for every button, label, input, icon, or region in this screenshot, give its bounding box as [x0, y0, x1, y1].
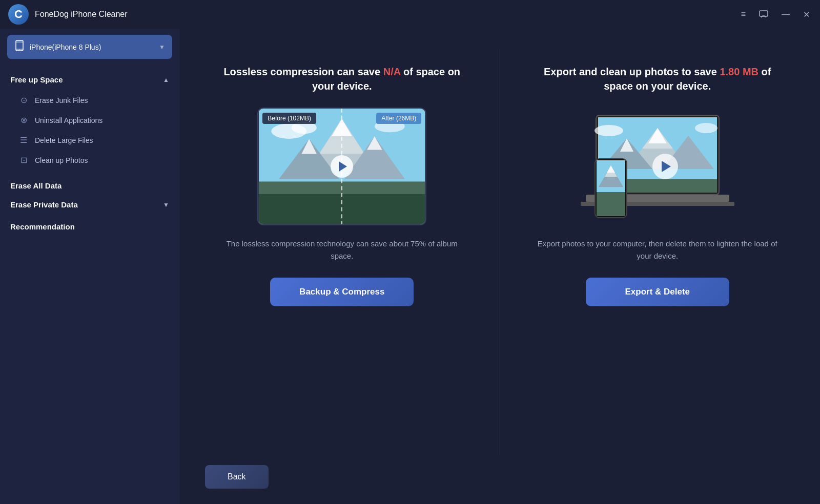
cards-row: Lossless compression can save N/A of spa…	[205, 49, 794, 455]
delete-large-label: Delete Large Files	[35, 136, 93, 144]
erase-junk-label: Erase Junk Files	[35, 96, 88, 104]
app-logo: C	[8, 4, 29, 25]
svg-point-28	[695, 123, 717, 133]
title-bar: C FoneDog iPhone Cleaner ≡ — ✕	[0, 0, 820, 29]
play-button-export[interactable]	[652, 154, 678, 179]
free-space-label: Free up Space	[10, 75, 63, 84]
sidebar-item-recommendation[interactable]: Recommendation	[0, 215, 179, 235]
chat-button[interactable]	[757, 8, 770, 20]
clean-photos-label: Clean up Photos	[35, 156, 88, 164]
play-button-compress[interactable]	[331, 155, 353, 178]
close-button[interactable]: ✕	[801, 8, 812, 22]
compression-image: Before (102MB) After (26MB)	[257, 108, 426, 225]
content-area: Lossless compression can save N/A of spa…	[179, 29, 820, 504]
erase-private-chevron-icon: ▼	[163, 201, 169, 208]
app-title: FoneDog iPhone Cleaner	[35, 10, 739, 19]
export-delete-button[interactable]: Export & Delete	[586, 278, 729, 306]
svg-point-4	[19, 50, 20, 51]
device-icon	[14, 40, 25, 54]
device-label: iPhone(iPhone 8 Plus)	[30, 43, 154, 51]
main-layout: iPhone(iPhone 8 Plus) ▼ Free up Space ▲ …	[0, 29, 820, 504]
photos-icon: ⊡	[18, 155, 29, 165]
free-space-section: Free up Space ▲ ⊙ Erase Junk Files ⊗ Uni…	[0, 69, 179, 174]
erase-private-header[interactable]: Erase Private Data ▼	[0, 194, 179, 215]
play-triangle-icon	[339, 161, 347, 172]
files-icon: ☰	[18, 135, 29, 145]
chevron-down-icon: ▼	[159, 44, 165, 51]
compress-card: Lossless compression can save N/A of spa…	[205, 49, 479, 322]
svg-point-27	[594, 125, 623, 136]
export-card: Export and clean up photos to save 1.80 …	[521, 49, 795, 322]
erase-private-label: Erase Private Data	[10, 200, 78, 209]
minimize-button[interactable]: —	[780, 8, 792, 21]
sidebar-item-erase-all[interactable]: Erase All Data	[0, 174, 179, 194]
export-card-description: Export photos to your computer, then del…	[536, 238, 780, 262]
sidebar-item-erase-junk[interactable]: ⊙ Erase Junk Files	[4, 90, 175, 110]
play-triangle-export-icon	[662, 161, 671, 172]
window-controls: ≡ — ✕	[739, 8, 812, 22]
after-label: After (26MB)	[376, 113, 421, 124]
card-divider	[500, 49, 500, 455]
compress-card-description: The lossless compression technology can …	[220, 238, 464, 262]
sidebar-item-clean-photos[interactable]: ⊡ Clean up Photos	[4, 150, 175, 170]
backup-compress-button[interactable]: Backup & Compress	[270, 278, 414, 306]
apps-icon: ⊗	[18, 115, 29, 125]
clock-icon: ⊙	[18, 95, 29, 105]
device-selector[interactable]: iPhone(iPhone 8 Plus) ▼	[7, 35, 172, 59]
before-label: Before (102MB)	[262, 113, 316, 124]
svg-rect-37	[597, 192, 625, 216]
sidebar-item-uninstall-apps[interactable]: ⊗ Uninstall Applications	[4, 110, 175, 130]
bottom-bar: Back	[205, 455, 794, 489]
sidebar: iPhone(iPhone 8 Plus) ▼ Free up Space ▲ …	[0, 29, 179, 504]
free-space-chevron-icon: ▲	[163, 76, 169, 83]
uninstall-apps-label: Uninstall Applications	[35, 116, 102, 124]
compress-card-title: Lossless compression can save N/A of spa…	[220, 65, 464, 93]
export-card-title: Export and clean up photos to save 1.80 …	[536, 65, 780, 93]
sidebar-item-delete-large[interactable]: ☰ Delete Large Files	[4, 130, 175, 150]
device-image	[573, 108, 742, 225]
free-space-header[interactable]: Free up Space ▲	[0, 69, 179, 90]
device-visual	[581, 113, 734, 220]
menu-button[interactable]: ≡	[739, 8, 748, 21]
back-button[interactable]: Back	[205, 465, 269, 489]
